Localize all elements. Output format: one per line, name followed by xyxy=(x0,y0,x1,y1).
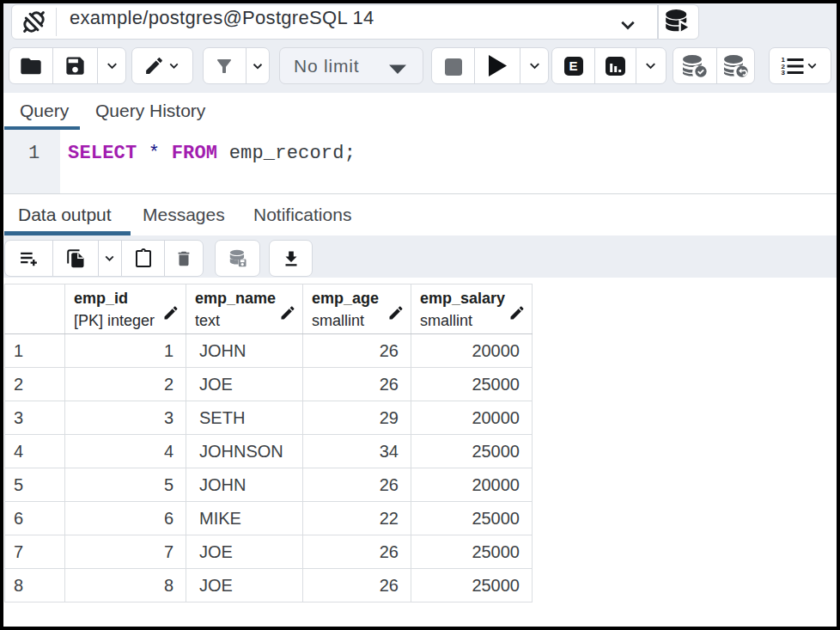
svg-text:3: 3 xyxy=(782,69,786,76)
